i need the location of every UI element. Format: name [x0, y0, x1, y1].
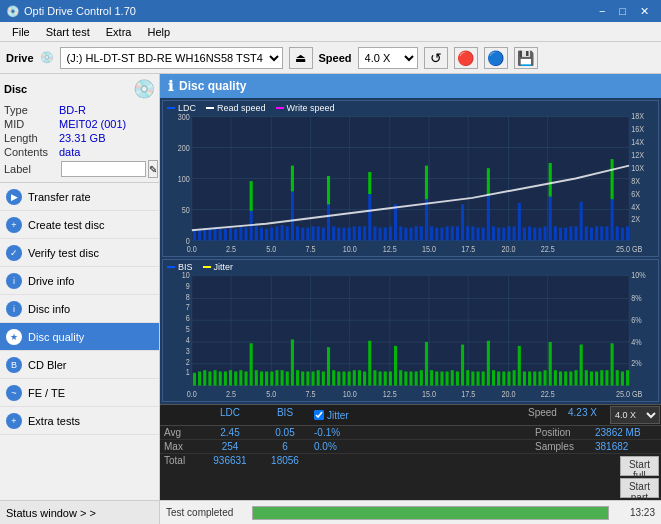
svg-rect-24: [229, 228, 232, 241]
minimize-button[interactable]: −: [593, 3, 611, 19]
refresh-button[interactable]: ↺: [424, 47, 448, 69]
length-value: 23.31 GB: [59, 132, 105, 144]
svg-text:7.5: 7.5: [305, 244, 315, 254]
sidebar-item-drive-info[interactable]: i Drive info: [0, 267, 159, 295]
svg-rect-199: [430, 370, 433, 385]
svg-rect-42: [322, 228, 325, 241]
svg-rect-46: [342, 228, 345, 241]
svg-rect-173: [296, 370, 299, 385]
menu-help[interactable]: Help: [139, 24, 178, 40]
svg-rect-181: [337, 372, 340, 386]
svg-rect-93: [585, 226, 588, 240]
mid-key: MID: [4, 118, 59, 130]
svg-rect-177: [317, 370, 320, 385]
toolbar-icon-2[interactable]: 🔵: [484, 47, 508, 69]
svg-rect-182: [342, 372, 345, 386]
sidebar-item-fe-te[interactable]: ~ FE / TE: [0, 379, 159, 407]
menubar: File Start test Extra Help: [0, 22, 661, 42]
save-button[interactable]: 💾: [514, 47, 538, 69]
svg-rect-202: [446, 372, 449, 386]
svg-rect-102: [250, 181, 253, 211]
toolbar-icon-1[interactable]: 🔴: [454, 47, 478, 69]
sidebar-item-create-test-disc[interactable]: + Create test disc: [0, 211, 159, 239]
sidebar-item-disc-quality[interactable]: ★ Disc quality: [0, 323, 159, 351]
disc-label-row: Label ✎: [4, 160, 155, 178]
svg-rect-154: [198, 372, 201, 386]
svg-text:4: 4: [186, 336, 190, 346]
svg-rect-179: [327, 347, 330, 385]
nav-items: ▶ Transfer rate + Create test disc ✓ Ver…: [0, 183, 159, 500]
svg-rect-156: [208, 372, 211, 386]
sidebar-item-cd-bler[interactable]: B CD Bler: [0, 351, 159, 379]
menu-file[interactable]: File: [4, 24, 38, 40]
svg-text:10.0: 10.0: [343, 389, 357, 399]
disc-quality-label: Disc quality: [28, 331, 84, 343]
label-edit-button[interactable]: ✎: [148, 160, 158, 178]
svg-rect-76: [497, 228, 500, 241]
svg-rect-56: [394, 204, 397, 240]
max-ldc: 254: [200, 440, 260, 453]
label-input[interactable]: [61, 161, 146, 177]
drive-select[interactable]: (J:) HL-DT-ST BD-RE WH16NS58 TST4: [60, 47, 283, 69]
max-jitter: 0.0%: [310, 440, 531, 453]
svg-rect-193: [399, 370, 402, 385]
bis-label: BIS: [178, 262, 193, 272]
svg-rect-60: [415, 226, 418, 240]
svg-rect-214: [507, 372, 510, 386]
jitter-checkbox[interactable]: [314, 410, 324, 420]
svg-rect-220: [538, 372, 541, 386]
svg-rect-190: [384, 372, 387, 386]
svg-rect-64: [435, 228, 438, 241]
svg-rect-184: [353, 370, 356, 385]
svg-text:7: 7: [186, 302, 190, 312]
drive-label: Drive: [6, 52, 34, 64]
svg-rect-84: [538, 228, 541, 241]
svg-text:8X: 8X: [631, 176, 640, 186]
speed-select[interactable]: 4.0 X: [358, 47, 418, 69]
svg-text:15.0: 15.0: [422, 244, 436, 254]
svg-rect-62: [425, 199, 428, 240]
eject-button[interactable]: ⏏: [289, 47, 313, 69]
stats-total-row: Total 936631 18056 Start full Start part: [160, 454, 661, 500]
maximize-button[interactable]: □: [613, 3, 632, 19]
titlebar-controls: − □ ✕: [593, 3, 655, 19]
sidebar-item-disc-info[interactable]: i Disc info: [0, 295, 159, 323]
svg-text:200: 200: [178, 144, 190, 154]
stats-table: LDC BIS Jitter Speed 4.23 X 4.0 X Avg 2.…: [160, 405, 661, 500]
stats-speed-value: 4.23 X: [564, 405, 609, 425]
svg-rect-185: [358, 370, 361, 385]
sidebar-item-verify-test-disc[interactable]: ✓ Verify test disc: [0, 239, 159, 267]
svg-rect-218: [528, 372, 531, 386]
read-speed-label: Read speed: [217, 103, 266, 113]
close-button[interactable]: ✕: [634, 3, 655, 19]
menu-start-test[interactable]: Start test: [38, 24, 98, 40]
svg-text:2X: 2X: [631, 215, 640, 225]
svg-rect-205: [461, 345, 464, 386]
sidebar-item-transfer-rate[interactable]: ▶ Transfer rate: [0, 183, 159, 211]
svg-rect-104: [327, 176, 330, 204]
start-part-button[interactable]: Start part: [620, 478, 659, 498]
svg-text:10%: 10%: [631, 270, 645, 280]
svg-rect-230: [590, 372, 593, 386]
sidebar-item-extra-tests[interactable]: + Extra tests: [0, 407, 159, 435]
legend-bis: BIS: [167, 262, 193, 272]
start-full-button[interactable]: Start full: [620, 456, 659, 476]
svg-text:2.5: 2.5: [226, 389, 236, 399]
svg-rect-169: [275, 370, 278, 385]
app-icon: 💿: [6, 5, 20, 18]
svg-rect-101: [626, 226, 629, 240]
svg-rect-34: [281, 225, 284, 241]
svg-rect-171: [286, 372, 289, 386]
speed-select-stats[interactable]: 4.0 X: [610, 406, 660, 424]
svg-rect-68: [456, 226, 459, 240]
svg-rect-26: [239, 226, 242, 240]
legend-jitter: Jitter: [203, 262, 234, 272]
svg-rect-108: [549, 163, 552, 197]
svg-rect-57: [399, 226, 402, 240]
svg-rect-31: [265, 229, 268, 241]
svg-rect-81: [523, 228, 526, 241]
extra-tests-label: Extra tests: [28, 415, 80, 427]
menu-extra[interactable]: Extra: [98, 24, 140, 40]
type-key: Type: [4, 104, 59, 116]
status-window[interactable]: Status window > >: [0, 500, 159, 524]
